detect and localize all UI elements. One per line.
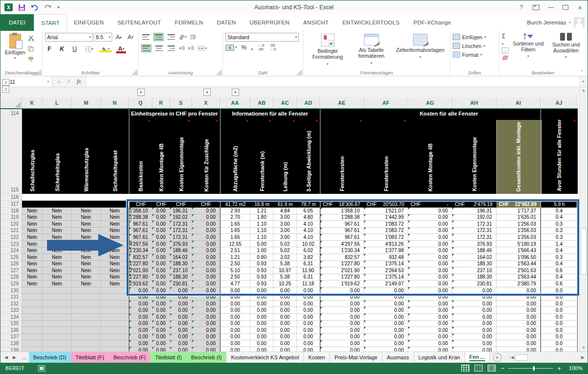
cell-AE124[interactable]: 1'230.34 [320, 247, 364, 254]
cell-AF119[interactable]: 1'442.99 [364, 214, 408, 221]
sheet-tab-titelblatt-i-[interactable]: Titelblatt (I) [150, 352, 187, 363]
shrink-font-icon[interactable]: A▾ [125, 33, 136, 41]
help-icon[interactable]: ? [514, 0, 529, 14]
cell-Q133[interactable]: 0.00 [129, 307, 152, 314]
cell-AB129[interactable]: 0.93 [250, 280, 273, 287]
cell-Q138[interactable]: 0.00 [129, 340, 152, 347]
sheet-tab-fen-[interactable]: Fen ... [465, 352, 490, 363]
cell-AE129[interactable]: 1'919.62 [320, 280, 364, 287]
cell-AD127[interactable]: 11.90 [297, 267, 320, 274]
cell-S138[interactable]: 0.00 [170, 340, 192, 347]
cell-AI126[interactable]: 1'563.44 [496, 261, 540, 268]
sheet-tab-kostenverkleich-ks-angebot[interactable]: Kostenverkleich KS Angebot [226, 352, 304, 363]
cell-AG121[interactable]: 0.00 [408, 228, 452, 234]
cell-M122[interactable]: Nein [72, 234, 101, 241]
cell-R135[interactable]: 0.00 [152, 321, 170, 327]
cell-AJ130[interactable]: 0.0 [540, 287, 578, 294]
cell-AH138[interactable]: 0.00 [452, 340, 496, 347]
cell-AI118[interactable]: 1'717.37 [496, 208, 540, 214]
cell-AA123[interactable]: 12.55 [220, 241, 250, 248]
cell-AD138[interactable]: 0.00 [297, 340, 320, 347]
cell-S123[interactable]: 376.93 [170, 241, 192, 248]
cell-M134[interactable] [72, 314, 101, 321]
cell-K136[interactable] [22, 327, 43, 334]
cell-AA131[interactable]: 0.00 [220, 294, 250, 301]
cell-AJ133[interactable]: 0.0 [540, 307, 578, 314]
cell-K124[interactable]: Nein [22, 247, 43, 254]
cell-N129[interactable]: Nein [101, 280, 129, 287]
cell-AD137[interactable]: 0.00 [297, 334, 320, 341]
cell-R126[interactable]: 0.00 [152, 261, 170, 268]
cell-S129[interactable]: 230.81 [170, 280, 192, 287]
cell-Q121[interactable]: 967.61 [129, 228, 152, 234]
cell-M120[interactable]: Nein [72, 221, 101, 228]
zoom-out-icon[interactable]: − [501, 365, 505, 372]
cell-AF117[interactable]: CHF20'503.70 [364, 201, 408, 208]
align-center-icon[interactable] [154, 45, 164, 52]
cell-AJ119[interactable]: 0.4 [540, 214, 578, 221]
increase-indent-icon[interactable] [188, 46, 195, 51]
cell-Q126[interactable]: 1'227.80 [129, 261, 152, 268]
cell-X134[interactable]: 0.00 [192, 314, 220, 321]
cell-AI135[interactable]: 0.00 [496, 321, 540, 327]
macro-record-icon[interactable] [38, 365, 45, 372]
cell-AJ125[interactable]: 0.3 [540, 254, 578, 261]
column-header-N[interactable]: N [101, 97, 129, 108]
cell-X125[interactable]: 0.00 [192, 254, 220, 261]
cell-AG138[interactable]: 0.00 [408, 340, 452, 347]
cell-L129[interactable]: Nein [43, 280, 72, 287]
cell-S135[interactable]: 0.00 [170, 321, 192, 327]
merge-center-icon[interactable]: ▾ [197, 46, 207, 51]
column-header-AG[interactable]: AG [408, 97, 452, 108]
hscroll-right-icon[interactable]: ▶ [581, 355, 588, 360]
cell-R129[interactable]: 0.00 [152, 280, 170, 287]
cell-Q122[interactable]: 967.61 [129, 234, 152, 241]
cell-AJ121[interactable]: 0.3 [540, 228, 578, 234]
cell-K132[interactable] [22, 301, 43, 307]
cell-AF121[interactable]: 1'083.72 [364, 228, 408, 234]
cell-AH127[interactable]: 237.10 [452, 267, 496, 274]
cell-AH118[interactable]: 196.31 [452, 208, 496, 214]
cell-AB138[interactable]: 0.00 [250, 340, 273, 347]
cell-Q125[interactable]: 832.57 [129, 254, 152, 261]
cell-AF122[interactable]: 1'083.72 [364, 234, 408, 241]
cell-AB137[interactable]: 0.00 [250, 334, 273, 341]
cell-AA120[interactable]: 1.65 [220, 221, 250, 228]
cell-X118[interactable]: 0.00 [192, 208, 220, 214]
cell-K130[interactable] [22, 287, 43, 294]
copy-icon[interactable] [28, 45, 35, 54]
outline-expand-button[interactable]: + [137, 89, 145, 96]
undo-icon[interactable] [31, 4, 38, 11]
cell-N118[interactable]: Nein [101, 208, 129, 214]
cell-N117[interactable] [101, 201, 129, 208]
tab-pdf-xchange[interactable]: PDF-XChange [407, 14, 458, 31]
column-header-M[interactable]: M [72, 97, 101, 108]
cell-Q131[interactable]: 0.00 [129, 294, 152, 301]
accounting-format-icon[interactable]: $▾ [225, 45, 237, 51]
cell-L137[interactable] [43, 334, 72, 341]
cell-K120[interactable]: Nein [22, 221, 43, 228]
cell-AE132[interactable]: 0.00 [320, 301, 364, 307]
cell-AH128[interactable]: 188.30 [452, 274, 496, 281]
cell-R133[interactable]: 0.00 [152, 307, 170, 314]
cell-AG120[interactable]: 0.00 [408, 221, 452, 228]
cell-AI124[interactable]: 1'566.43 [496, 247, 540, 254]
cell-X122[interactable]: 0.00 [192, 234, 220, 241]
cell-AI129[interactable]: 2'380.79 [496, 280, 540, 287]
cell-AF123[interactable]: 4'813.26 [364, 241, 408, 248]
cell-L125[interactable]: Nein [43, 254, 72, 261]
number-dialog-launcher[interactable] [297, 70, 302, 75]
find-select-button[interactable]: Suchen und Auswählen▾ [548, 33, 584, 60]
cell-M138[interactable] [72, 340, 101, 347]
cell-AE126[interactable]: 1'227.80 [320, 261, 364, 268]
minimize-icon[interactable]: — [543, 0, 558, 14]
row-header-129[interactable]: 129 [0, 280, 22, 287]
outline-expand-button[interactable]: + [232, 89, 239, 96]
cell-AD128[interactable]: 6.31 [297, 274, 320, 281]
row-header-118[interactable]: 118 [0, 208, 22, 214]
row-header-137[interactable]: 137 [0, 334, 22, 341]
column-header-K[interactable]: K [22, 97, 43, 108]
cell-AF125[interactable]: 932.48 [364, 254, 408, 261]
cell-AG131[interactable]: 0.00 [408, 294, 452, 301]
formula-input[interactable] [86, 76, 579, 87]
